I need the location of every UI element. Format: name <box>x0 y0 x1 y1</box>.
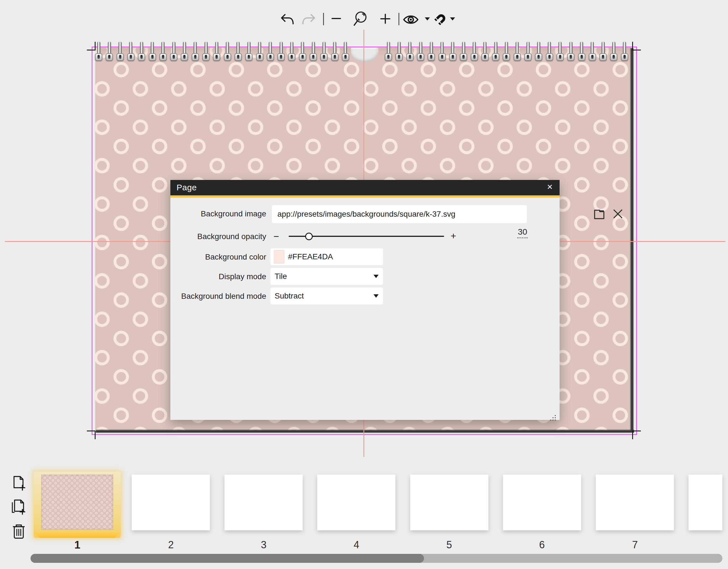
app-window: Page ✕ Background image app://presets/im… <box>0 0 728 569</box>
page-thumbnail[interactable] <box>317 475 395 530</box>
spiral-eyelet <box>439 53 446 61</box>
spiral-eyelet <box>546 53 553 61</box>
dialog-title: Page <box>177 183 197 192</box>
page-thumbnail[interactable] <box>688 475 722 530</box>
undo-button[interactable] <box>279 13 294 26</box>
background-image-field[interactable]: app://presets/images/backgrounds/square/… <box>272 205 527 223</box>
color-swatch[interactable] <box>274 250 284 263</box>
delete-page-button[interactable] <box>12 524 26 539</box>
trash-icon <box>12 524 26 539</box>
dialog-titlebar[interactable]: Page ✕ <box>170 180 560 195</box>
spiral-eyelet <box>202 53 210 61</box>
page-bottom-edge <box>96 429 634 433</box>
visibility-icon <box>403 14 419 25</box>
opacity-decrease-button[interactable]: − <box>273 232 279 241</box>
zoom-out-button[interactable] <box>331 17 341 20</box>
thumbnail-page-number: 4 <box>340 539 373 551</box>
thumbnail-page-number: 1 <box>61 539 94 551</box>
snap-button[interactable] <box>433 12 448 27</box>
background-color-field[interactable]: #FFEAE4DA <box>270 248 383 265</box>
spiral-eyelet <box>395 53 403 61</box>
display-mode-dropdown[interactable]: Tile <box>270 268 383 285</box>
visibility-button[interactable] <box>403 14 419 25</box>
background-opacity-label: Background opacity <box>170 232 266 241</box>
thumbnail-preview <box>41 475 113 530</box>
spiral-eyelet <box>428 53 435 61</box>
spiral-eyelet <box>299 53 306 61</box>
spiral-eyelet <box>267 53 274 61</box>
background-color-label: Background color <box>170 253 266 262</box>
opacity-value[interactable]: 30 <box>517 227 528 238</box>
thumbnail-page-number: 3 <box>247 539 280 551</box>
spiral-eyelet <box>417 53 424 61</box>
zoom-reset-icon <box>353 11 370 27</box>
visibility-dropdown-caret[interactable] <box>425 17 430 20</box>
undo-icon <box>279 13 294 26</box>
page-thumbnail[interactable] <box>224 475 303 530</box>
spiral-eyelet <box>149 53 156 61</box>
spiral-eyelet <box>492 53 499 61</box>
thumbnail-scrollbar-thumb[interactable] <box>31 554 424 563</box>
spiral-eyelet <box>514 53 521 61</box>
spiral-eyelet <box>127 53 135 61</box>
dialog-accent-bar <box>170 195 560 198</box>
browse-folder-icon[interactable] <box>593 209 605 220</box>
spiral-eyelet <box>235 53 242 61</box>
close-icon[interactable]: ✕ <box>547 183 553 191</box>
spiral-eyelet <box>471 53 478 61</box>
spiral-eyelet <box>310 53 317 61</box>
thumbnail-selection-bar <box>34 533 120 538</box>
background-image-value[interactable]: app://presets/images/backgrounds/square/… <box>277 210 527 219</box>
spiral-eyelet <box>621 53 628 61</box>
spiral-eyelet <box>610 53 617 61</box>
snap-magnet-icon <box>433 12 448 27</box>
spiral-eyelet <box>589 53 596 61</box>
spiral-eyelet <box>524 53 532 61</box>
page-properties-dialog: Page ✕ Background image app://presets/im… <box>170 180 560 420</box>
background-color-value[interactable]: #FFEAE4DA <box>288 252 333 261</box>
spiral-eyelet <box>213 53 220 61</box>
spiral-eyelet <box>557 53 564 61</box>
page-thumbnail[interactable] <box>503 475 581 530</box>
duplicate-page-button[interactable] <box>11 499 26 515</box>
zoom-reset-button[interactable] <box>353 11 370 27</box>
dialog-resize-grip[interactable] <box>555 415 556 416</box>
spiral-eyelet <box>331 53 339 61</box>
spiral-eyelet <box>288 53 295 61</box>
page-thumbnail[interactable] <box>410 475 488 530</box>
redo-button[interactable] <box>302 13 317 26</box>
spiral-eyelet <box>95 53 102 61</box>
spiral-eyelet <box>535 53 542 61</box>
spiral-eyelet <box>320 53 328 61</box>
spiral-eyelet <box>578 53 585 61</box>
spiral-eyelet <box>159 53 167 61</box>
page-thumbnail[interactable] <box>596 475 674 530</box>
thumbnail-page-number: 2 <box>154 539 188 551</box>
zoom-in-icon <box>380 13 391 24</box>
toolbar-separator <box>323 13 324 25</box>
clear-image-icon[interactable] <box>613 209 623 219</box>
background-blend-mode-label: Background blend mode <box>170 292 266 301</box>
spiral-eyelet <box>192 53 199 61</box>
page-thumbnail-selected[interactable] <box>34 471 121 538</box>
chevron-down-icon <box>374 275 379 278</box>
thumbnail-page-number: 7 <box>618 539 652 551</box>
crop-mark <box>87 50 96 50</box>
duplicate-page-icon <box>11 499 26 515</box>
page-thumbnail[interactable] <box>132 475 210 530</box>
opacity-increase-button[interactable]: + <box>451 231 456 240</box>
spiral-eyelet <box>138 53 145 61</box>
spiral-eyelet <box>256 53 263 61</box>
display-mode-value: Tile <box>275 272 287 281</box>
snap-dropdown-caret[interactable] <box>450 17 455 20</box>
background-blend-mode-dropdown[interactable]: Subtract <box>270 288 383 304</box>
add-page-button[interactable] <box>12 475 26 491</box>
spiral-eyelet <box>170 53 177 61</box>
spiral-eyelet <box>245 53 252 61</box>
spiral-eyelet <box>342 53 349 61</box>
background-image-label: Background image <box>170 209 266 218</box>
page-right-edge <box>630 48 634 431</box>
opacity-slider-handle[interactable] <box>305 233 313 240</box>
spiral-eyelet <box>449 53 456 61</box>
zoom-in-button[interactable] <box>380 13 391 24</box>
